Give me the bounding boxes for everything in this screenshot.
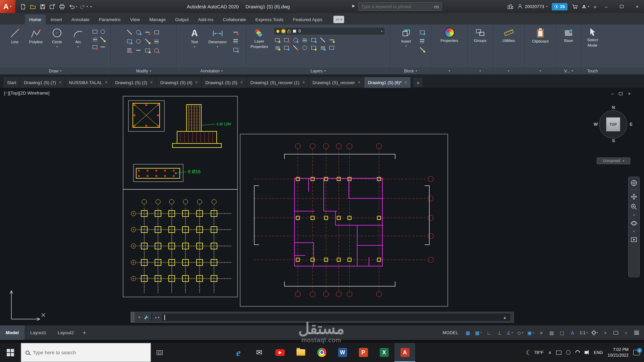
dynamic-input-toggle-icon[interactable]: ⊥ [495, 328, 503, 337]
chevron-down-icon[interactable]: ▾ [405, 45, 407, 48]
layer-state-tool-icon[interactable] [329, 37, 335, 43]
viewcube-west[interactable]: W [594, 122, 598, 127]
layer-match-tool-icon[interactable] [311, 37, 317, 43]
tab-express-tools[interactable]: Express Tools [251, 14, 288, 24]
close-icon[interactable]: × [59, 80, 61, 85]
properties-button[interactable]: Properties [436, 26, 463, 43]
tab-add-ins[interactable]: Add-ins [194, 14, 218, 24]
isometric-drafting-toggle-icon[interactable]: ◇▾ [516, 328, 524, 337]
close-icon[interactable]: × [358, 80, 360, 85]
cad-drawing[interactable]: 6 Ø 12M 8 Ø16 [0, 88, 644, 325]
orbit-icon[interactable] [631, 220, 637, 227]
trial-days-badge[interactable]: 15 [552, 3, 567, 10]
layer-walk-tool-icon[interactable] [274, 45, 280, 51]
scale-tool-icon[interactable] [154, 38, 160, 44]
plot-button[interactable] [58, 2, 66, 11]
zoom-icon[interactable] [631, 203, 637, 210]
autodesk-account-button[interactable]: A▾ [582, 4, 589, 9]
tab-output[interactable]: Output [171, 14, 193, 24]
customize-menu-icon[interactable] [632, 328, 641, 337]
taskbar-clock[interactable]: 7:02 PM 10/21/2022 [607, 347, 629, 358]
layer-unlock-icon[interactable] [287, 31, 290, 33]
lineweight-toggle-icon[interactable]: ≡ [537, 328, 545, 337]
viewcube-east[interactable]: E [630, 122, 633, 127]
app-powerpoint[interactable]: P [353, 343, 374, 362]
graphics-performance-icon[interactable]: ≈ [622, 328, 630, 337]
groups-button[interactable]: Groups [469, 26, 491, 43]
help-search-input[interactable] [361, 4, 431, 9]
panel-label-annotation[interactable]: Annotation▾ [177, 67, 246, 74]
layer-on-bulb-icon[interactable] [276, 30, 279, 33]
tab-view[interactable]: View [126, 14, 144, 24]
transparency-toggle-icon[interactable]: ▨ [547, 328, 556, 337]
recent-commands-button[interactable]: ▸▾ [153, 314, 162, 320]
command-history-up-icon[interactable]: ▲ [501, 315, 509, 319]
tab-home[interactable]: Home [25, 14, 46, 24]
app-autocad-active[interactable]: A [394, 343, 415, 362]
utilities-button[interactable]: Utilities [497, 26, 521, 43]
new-file-button[interactable] [19, 2, 28, 11]
panel-label-layers[interactable]: Layers▾ [247, 67, 390, 74]
redo-dropdown-caret[interactable]: ▾ [87, 5, 88, 8]
tab-featured-apps[interactable]: Featured Apps [288, 14, 327, 24]
rectangle-tool-icon[interactable] [92, 28, 98, 35]
open-file-button[interactable] [29, 2, 37, 11]
grid-display-toggle-icon[interactable]: ▦ [464, 328, 472, 337]
ribbon-display-toggle[interactable]: ▭▾ [333, 16, 344, 23]
chevron-down-icon[interactable]: ▾ [56, 45, 58, 48]
arc-button[interactable]: Arc ▾ [68, 26, 88, 48]
clipboard-button[interactable]: Clipboard [529, 26, 552, 44]
select-mode-button[interactable]: Select Mode [583, 26, 602, 48]
command-input-wrapper[interactable]: ▸▾ ▲ [151, 313, 511, 321]
panel-label-clipboard[interactable]: ▾ [525, 67, 556, 74]
close-icon[interactable]: × [105, 80, 107, 85]
new-layout-button[interactable]: + [79, 325, 89, 340]
object-snap-toggle-icon[interactable]: ▣▾ [526, 328, 535, 337]
annotation-monitor-plus-icon[interactable]: + [601, 328, 609, 337]
layer-vpfreeze-tool-icon[interactable] [283, 45, 289, 51]
chevron-down-icon[interactable]: ▾ [77, 45, 79, 48]
layer-change-tool-icon[interactable] [320, 45, 326, 51]
new-drawing-tab-button[interactable]: + [414, 78, 422, 87]
command-bar-grip[interactable] [131, 312, 135, 322]
panel-label-block[interactable]: Block▾ [390, 67, 431, 74]
isolate-objects-icon[interactable] [611, 328, 620, 337]
layer-color-swatch[interactable] [293, 29, 296, 33]
stretch-tool-icon[interactable] [145, 38, 151, 44]
snap-mode-toggle-icon[interactable]: ▩▾ [474, 328, 483, 337]
layer-prev-tool-icon[interactable] [320, 37, 326, 43]
close-icon[interactable]: × [240, 80, 243, 85]
file-tab-drawing1-7[interactable]: Drawing1 (S) (7)× [20, 77, 65, 88]
tab-insert[interactable]: Insert [46, 14, 66, 24]
close-icon[interactable]: × [135, 315, 144, 320]
viewcube-top-face[interactable]: TOP [606, 117, 620, 131]
file-tab-nussiba-talal[interactable]: NUSSIBA TALAL× [65, 77, 112, 88]
panel-label-utilities[interactable]: ▾ [493, 67, 524, 74]
file-tab-drawing1-4[interactable]: Drawing1 (S) (4)× [157, 77, 202, 88]
chevron-down-icon[interactable]: ▾ [381, 30, 382, 33]
create-block-tool-icon[interactable] [419, 29, 425, 35]
chevron-down-icon[interactable]: ▾ [633, 230, 635, 233]
tab-layout1[interactable]: Layout1 [24, 325, 52, 340]
file-tab-recover-1[interactable]: Drawing1 (S)_recover (1)× [247, 77, 309, 88]
signed-in-user[interactable]: 20020773 ▾ [518, 4, 547, 9]
viewport-minimize-icon[interactable]: – [611, 91, 613, 96]
app-edge[interactable]: e [228, 343, 249, 362]
workspace-switching-gear-icon[interactable]: ▾ [591, 328, 599, 337]
autocad-app-menu-button[interactable]: A▼ [0, 0, 15, 13]
action-center-icon[interactable]: 2 [633, 350, 640, 355]
start-button[interactable] [0, 343, 21, 362]
polyline-button[interactable]: Polyline [26, 26, 46, 44]
block-attributes-tool-icon[interactable] [419, 47, 425, 53]
viewport-restore-icon[interactable] [619, 92, 623, 95]
close-icon[interactable]: × [302, 80, 305, 85]
layer-isolate-tool-icon[interactable] [283, 37, 289, 43]
save-button[interactable] [38, 2, 47, 11]
layer-select-dropdown[interactable]: 0 ▾ [274, 27, 385, 35]
rotate-tool-icon[interactable] [136, 29, 142, 35]
file-tab-drawing1-6-active[interactable]: Drawing1 (S) (6)*× [364, 77, 411, 88]
file-tab-drawing1-5[interactable]: Drawing1 (S) (5)× [202, 77, 247, 88]
text-button[interactable]: A Text ▾ [184, 26, 205, 48]
viewcube[interactable]: N S W E TOP [596, 106, 631, 142]
panel-label-touch[interactable]: Touch [581, 67, 604, 74]
